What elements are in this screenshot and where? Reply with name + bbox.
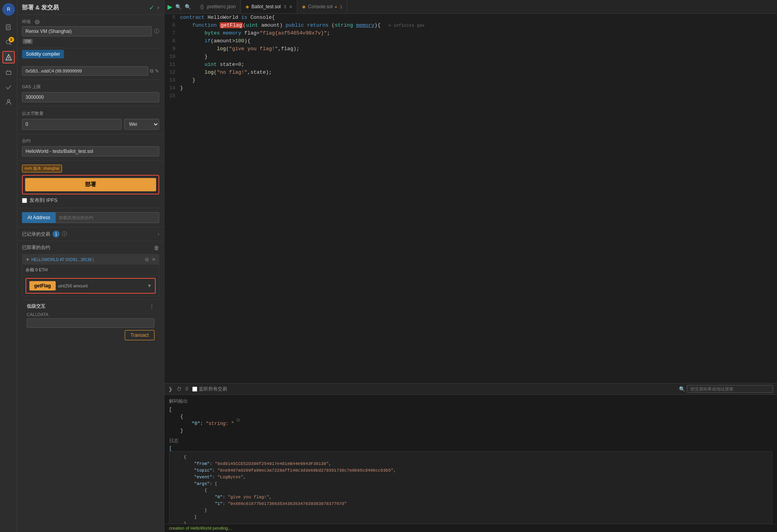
- search-badge: 3: [9, 37, 14, 42]
- low-level-menu-icon[interactable]: ⋮: [149, 303, 155, 310]
- app-logo: R: [2, 3, 15, 16]
- console-tab-dot: ●: [335, 5, 337, 9]
- svg-line-7: [10, 44, 11, 45]
- contract-label: 合约: [22, 138, 159, 144]
- transactions-badge: 1: [53, 231, 60, 238]
- getflag-param-label: uint256 amount: [58, 283, 88, 288]
- address-select[interactable]: 0x5B3...eddC4 (99.99999999: [22, 66, 148, 76]
- status-text: creation of HelloWorld pending...: [169, 526, 231, 530]
- code-line-11: 11 uint state=0;: [164, 61, 777, 69]
- code-line-6: 6 function getFlag(uint amount) public r…: [164, 22, 777, 29]
- icon-bar: R 3: [0, 0, 17, 532]
- solidity-tooltip[interactable]: Solidity compiler: [22, 50, 64, 58]
- run-icon[interactable]: ▶: [167, 3, 172, 11]
- code-line-8: 8 if(amount>100){: [164, 37, 777, 45]
- svg-point-13: [7, 100, 10, 102]
- get-flag-row: getFlag uint256 amount ▼: [25, 278, 156, 294]
- calldata-label: CALLDATA: [27, 312, 155, 317]
- at-address-input[interactable]: [56, 212, 159, 223]
- people-icon[interactable]: [2, 96, 15, 108]
- gas-section: GAS 上限: [17, 80, 164, 107]
- panel-header-icons: ✓ ›: [149, 4, 159, 11]
- header-forward-icon[interactable]: ›: [157, 4, 159, 11]
- code-line-14: 14 }: [164, 84, 777, 92]
- balance-row: 余额 0 ETH: [22, 265, 159, 276]
- deployed-header: 已部署的合约 🗑: [22, 244, 159, 251]
- getflag-dropdown-icon[interactable]: ▼: [147, 283, 152, 289]
- decode-label: 解码输出: [169, 398, 772, 405]
- ballot-tab-badge: 3: [284, 5, 286, 9]
- panel-title: 部署 & 发交易: [22, 4, 59, 11]
- ipfs-checkbox[interactable]: [22, 198, 27, 203]
- transact-button[interactable]: Transact: [125, 330, 155, 340]
- edit-address-icon[interactable]: ✎: [155, 68, 159, 74]
- unit-select[interactable]: Wei: [124, 119, 159, 130]
- instance-close-icon[interactable]: ✕: [152, 257, 156, 262]
- header-check-icon[interactable]: ✓: [149, 4, 154, 11]
- svg-rect-10: [6, 71, 11, 74]
- left-panel: 部署 & 发交易 ✓ › 环境 Remix VM (Shanghai) ⓘ VM…: [17, 0, 164, 532]
- code-line-7: 7 bytes memory flag="flag{asf54654v98x7v…: [164, 29, 777, 37]
- console-expand-icon[interactable]: ❯: [168, 386, 173, 392]
- contract-instance-name: HELLOWORLD AT 0XD91...39138 (: [31, 258, 94, 262]
- evm-badge: evm 版本: shanghai: [22, 165, 62, 172]
- check-icon[interactable]: [2, 81, 15, 93]
- ether-input[interactable]: [22, 119, 122, 130]
- code-line-12: 12 log("no flag!",state);: [164, 69, 777, 76]
- deployed-section: 已部署的合约 🗑 ▼ HELLOWORLD AT 0XD91...39138 (…: [17, 241, 164, 532]
- code-line-10: 10 }: [164, 53, 777, 61]
- console-clock-icon[interactable]: ⏱: [177, 386, 182, 392]
- transactions-title: 已记录的交易: [22, 231, 50, 238]
- env-select[interactable]: Remix VM (Shanghai): [22, 26, 152, 36]
- deploy-icon[interactable]: [2, 51, 15, 64]
- env-label: 环境: [22, 19, 31, 25]
- ballot-tab-close-icon[interactable]: ✕: [289, 5, 292, 9]
- tab-bar: ▶ 🔍 🔍 {} .prettierrc.json ◈ Ballot_test.…: [164, 0, 777, 14]
- at-address-button[interactable]: At Address: [22, 212, 56, 223]
- code-editor[interactable]: 5 contract HelloWorld is Console{ 6 func…: [164, 14, 777, 383]
- log-entry-1: { "from": "0xd9145CCE52D386f254917e481eB…: [169, 451, 772, 524]
- zoom-in-icon[interactable]: 🔍: [185, 4, 191, 10]
- instance-copy-icon[interactable]: ⧉: [145, 257, 149, 262]
- deploy-wrapper: 部署: [22, 175, 159, 194]
- contract-select[interactable]: HelloWorld - tests/Ballot_test.sol: [22, 146, 159, 156]
- gas-input[interactable]: [22, 92, 159, 102]
- tab-console[interactable]: ◈ Console.sol ● 1: [297, 0, 347, 13]
- code-line-9: 9 log("give you flag!",flag);: [164, 45, 777, 53]
- copy-address-icon[interactable]: ⧉: [150, 68, 153, 74]
- vm-badge: VM: [23, 39, 33, 44]
- log-label: 日志: [169, 438, 772, 444]
- ipfs-row: 发布到 IPFS: [22, 197, 159, 204]
- monitor-checkbox[interactable]: [192, 387, 197, 392]
- deploy-section: evm 版本: shanghai 部署 发布到 IPFS: [17, 161, 164, 208]
- env-row: 环境: [22, 19, 159, 25]
- plugin-icon[interactable]: [2, 66, 15, 78]
- decode-copy-icon[interactable]: ⧉: [237, 418, 240, 423]
- solidity-tooltip-row: Solidity compiler: [17, 48, 164, 62]
- code-line-15: 15: [164, 92, 777, 100]
- calldata-input[interactable]: [27, 318, 155, 328]
- transactions-info-icon[interactable]: ⓘ: [62, 231, 67, 238]
- console-search-input[interactable]: [687, 385, 773, 393]
- zoom-out-icon[interactable]: 🔍: [175, 4, 182, 10]
- ballot-tab-icon: ◈: [246, 4, 249, 9]
- search-icon[interactable]: 3: [2, 36, 15, 49]
- transactions-arrow-icon[interactable]: ›: [158, 231, 159, 237]
- get-flag-button[interactable]: getFlag: [29, 281, 56, 291]
- tab-prettier[interactable]: {} .prettierrc.json: [196, 0, 241, 13]
- code-line-5: 5 contract HelloWorld is Console{: [164, 14, 777, 22]
- panel-header: 部署 & 发交易 ✓ ›: [17, 0, 164, 15]
- right-panel: ▶ 🔍 🔍 {} .prettierrc.json ◈ Ballot_test.…: [164, 0, 777, 532]
- instance-arrow-icon[interactable]: ▼: [25, 257, 30, 262]
- deploy-button[interactable]: 部署: [25, 178, 156, 191]
- console-search-icon: 🔍: [679, 386, 685, 392]
- vm-badge-row: VM: [22, 38, 159, 44]
- tab-ballot[interactable]: ◈ Ballot_test.sol 3 ✕: [241, 0, 297, 13]
- gas-label: GAS 上限: [22, 84, 159, 90]
- files-icon[interactable]: [2, 21, 15, 34]
- ether-row: Wei: [22, 119, 159, 130]
- at-address-section: At Address: [17, 208, 164, 227]
- env-info-icon[interactable]: ⓘ: [154, 28, 159, 35]
- console-toolbar: ❯ ⏱ 0 监听所有交易 🔍: [164, 383, 777, 395]
- trash-icon[interactable]: 🗑: [154, 245, 159, 251]
